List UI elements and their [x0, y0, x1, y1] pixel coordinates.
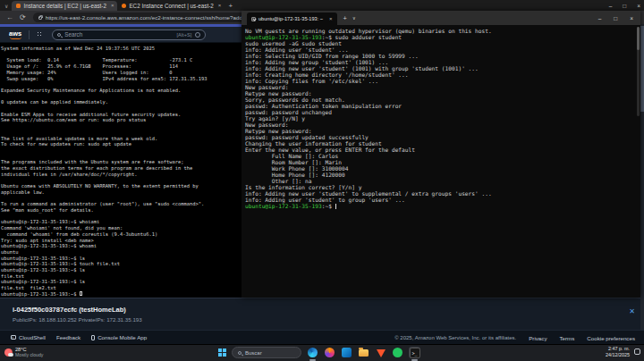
- terminal-maximize-button[interactable]: □: [614, 15, 617, 21]
- panel-close-icon[interactable]: ✕: [629, 307, 635, 315]
- terminal-line: info: Adding user 'student' to group 'us…: [245, 197, 640, 203]
- terminal-line: Changing the user information for studen…: [245, 140, 640, 147]
- cookie-preferences-link[interactable]: Cookie preferences: [587, 335, 635, 341]
- aws-favicon: [122, 4, 126, 8]
- terminal-line: ubuntu@ip-172-31-35-193:~$ ls: [1, 267, 250, 273]
- terminal-line: ubuntu@ip-172-31-35-193:~$ whoiami: [1, 219, 250, 225]
- phone-icon: [91, 335, 95, 340]
- terminal-line: ubuntu@ip-172-31-35-193:~$ sudo adduser …: [245, 34, 640, 40]
- tab-close-icon[interactable]: ×: [218, 3, 222, 8]
- terminal-line: Other []: na: [245, 178, 640, 184]
- taskbar-mail-icon[interactable]: [341, 347, 352, 358]
- firefox-icon: [325, 348, 335, 357]
- terminal-tab[interactable]: ubuntu@ip-172-31-35-193: ~ ×: [247, 13, 337, 25]
- terminal-line: info: Adding new user 'student' (1001) w…: [245, 65, 640, 71]
- search-icon: [57, 33, 61, 37]
- notification-center-icon[interactable]: [634, 348, 640, 355]
- taskbar-terminal-icon[interactable]: >_: [409, 347, 420, 358]
- terminal-line: the exact distribution terms for each pr…: [1, 165, 250, 172]
- search-scope-icon[interactable]: [195, 32, 200, 38]
- terminal-line: passwd: Authentication token manipulatio…: [245, 103, 640, 109]
- terminal-minimize-button[interactable]: –: [598, 15, 602, 21]
- terminal-line: [1, 177, 250, 183]
- aws-search-input[interactable]: Search [Alt+S]: [52, 29, 206, 40]
- search-icon: [238, 351, 242, 355]
- terminal-line: [1, 214, 250, 220]
- terminal-line: New password:: [245, 84, 640, 90]
- terminal-line: info: Copying files from '/etc/skel' ...: [245, 78, 640, 84]
- terminal-close-button[interactable]: ×: [630, 15, 633, 21]
- terminal-line: info: Adding user 'student' ...: [245, 46, 640, 53]
- terminal-line: ubuntu@ip-172-31-35-193:~$ touch file.tx…: [1, 261, 250, 267]
- services-grid-icon[interactable]: [37, 31, 43, 38]
- tab-close-icon[interactable]: ×: [111, 3, 114, 8]
- new-tab-button[interactable]: +: [228, 2, 233, 10]
- taskbar-center-icons: Buscar >_: [218, 347, 420, 358]
- copyright-text: © 2025, Amazon Web Services, Inc. or its…: [394, 335, 516, 340]
- taskbar-clock[interactable]: 2:47 p. m. 24/12/2025: [606, 346, 630, 357]
- cloudshell-button[interactable]: >_ CloudShell: [11, 334, 46, 340]
- taskbar-edge-icon[interactable]: [307, 347, 318, 358]
- taskbar-search-input[interactable]: Buscar: [232, 347, 301, 358]
- terminal-output[interactable]: No VM guests are running outdated hyperv…: [242, 25, 640, 298]
- terminal-new-tab-button[interactable]: +: [343, 14, 347, 22]
- terminal-line: Enter the new value, or press ENTER for …: [245, 147, 640, 153]
- taskbar-search-placeholder: Buscar: [245, 350, 295, 356]
- tab-search-chevron-icon[interactable]: ∨: [4, 3, 8, 9]
- search-placeholder: Search: [64, 31, 173, 38]
- close-button[interactable]: ×: [637, 3, 640, 9]
- aws-logo[interactable]: aws: [9, 29, 21, 39]
- minimize-button[interactable]: –: [609, 3, 613, 9]
- console-mobile-app-button[interactable]: Console Mobile App: [91, 334, 147, 340]
- terminal-line: Try again? [y/N] y: [245, 115, 640, 122]
- mail-icon: [342, 348, 352, 357]
- refresh-button[interactable]: ⟳: [20, 13, 26, 21]
- terminal-tab-close-icon[interactable]: ×: [329, 16, 333, 21]
- browser-tab-instance-connect[interactable]: EC2 Instance Connect | us-east-2 ×: [117, 1, 223, 11]
- terminal-title-bar[interactable]: ubuntu@ip-172-31-35-193: ~ × + ∨ – □ ×: [242, 11, 640, 25]
- terminal-line: [1, 81, 250, 88]
- taskbar-brave-icon[interactable]: [375, 347, 386, 358]
- scrollbar-thumb[interactable]: [640, 26, 644, 112]
- terminal-line: individual files in /usr/share/doc/*/cop…: [1, 172, 250, 178]
- ec2-instance-connect-terminal[interactable]: System information as of Wed Dec 24 19:3…: [0, 43, 250, 298]
- terminal-line: [1, 130, 250, 136]
- terminal-line: Sorry, passwords do not match.: [245, 97, 640, 103]
- instance-ip-details: PublicIPs: 18.188.110.252 PrivateIPs: 17…: [13, 316, 142, 323]
- terminal-line: sudo usermod -aG sudo student: [245, 40, 640, 46]
- start-button[interactable]: [218, 348, 226, 357]
- terminal-line: applicable law.: [1, 189, 250, 196]
- green-app-icon: [393, 348, 402, 357]
- tab-title: Instance details | EC2 | us-east-2: [23, 3, 106, 9]
- terminal-line: info: Adding new group 'student' (1001) …: [245, 59, 640, 65]
- terminal-scrollbar-thumb[interactable]: [637, 27, 640, 50]
- terminal-line: Try: sudo apt install <deb name>: [1, 238, 250, 244]
- terminal-tab-icon: [251, 17, 256, 21]
- maximize-button[interactable]: □: [623, 3, 626, 9]
- feedback-label: Feedback: [56, 334, 80, 340]
- edge-icon: [308, 348, 318, 357]
- terminal-line: Command 'whoiami' not found, did you mea…: [1, 225, 250, 231]
- terminal-scrollbar[interactable]: [637, 27, 640, 116]
- terminal-line: file.txt: [1, 273, 250, 280]
- desktop: ∨ Instance details | EC2 | us-east-2 × E…: [0, 0, 644, 361]
- terms-link[interactable]: Terms: [560, 335, 575, 341]
- browser-tab-instance-details[interactable]: Instance details | EC2 | us-east-2 ×: [12, 1, 117, 11]
- terminal-line: No VM guests are running outdated hyperv…: [245, 28, 640, 34]
- page-scrollbar[interactable]: [640, 24, 644, 330]
- terminal-line: info: Adding new user 'student' to suppl…: [245, 190, 640, 197]
- feedback-button[interactable]: Feedback: [56, 334, 80, 340]
- terminal-line: See https://ubuntu.com/esm or run: sudo …: [1, 117, 250, 123]
- terminal-line: Is the information correct? [Y/n] y: [245, 184, 640, 190]
- taskbar-file-explorer-icon[interactable]: [358, 347, 369, 358]
- privacy-link[interactable]: Privacy: [529, 335, 547, 341]
- terminal-icon: >_: [410, 348, 420, 358]
- terminal-dropdown-icon[interactable]: ∨: [352, 15, 356, 21]
- weather-icon: [4, 348, 13, 357]
- taskbar-spotify-icon[interactable]: [392, 347, 403, 358]
- windows-terminal-window: ubuntu@ip-172-31-35-193: ~ × + ∨ – □ × N…: [242, 11, 640, 298]
- taskbar-firefox-icon[interactable]: [324, 347, 335, 358]
- terminal-line: New password:: [245, 122, 640, 128]
- taskbar-weather-widget[interactable]: 28°C Mostly cloudy: [4, 347, 43, 357]
- back-button[interactable]: ←: [6, 13, 13, 21]
